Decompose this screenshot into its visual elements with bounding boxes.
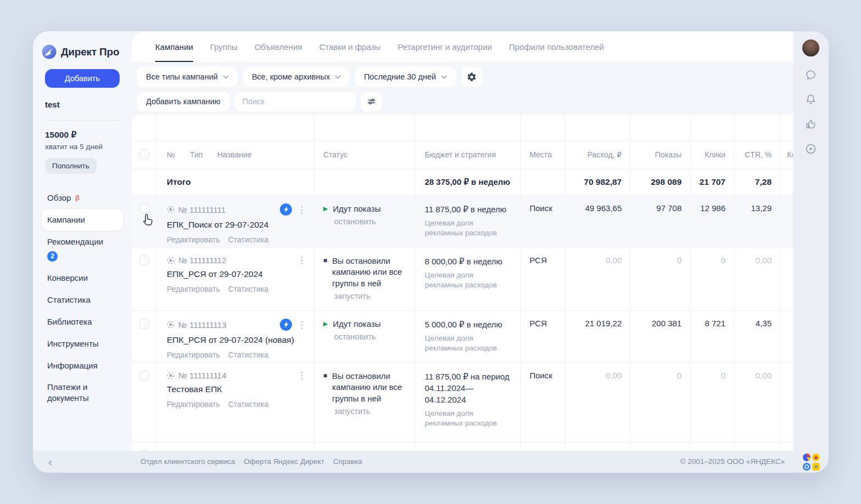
budget-amount: 11 875,00 ₽ в неделю (425, 203, 513, 215)
start-action-link[interactable]: запустить (334, 292, 408, 301)
add-button[interactable]: Добавить (45, 69, 120, 88)
table-spacer-row (132, 115, 793, 141)
sidebar-item-recommendations[interactable]: Рекомендации 2 (42, 231, 123, 268)
brand-logo[interactable]: Директ Про (42, 44, 123, 59)
tab-campaigns[interactable]: Кампании (155, 31, 193, 62)
sidebar-item-library[interactable]: Библиотека (42, 311, 123, 333)
edit-link[interactable]: Редактировать (167, 400, 220, 409)
totals-row: Итого 28 375,00 ₽ в неделю 70 982,87 298… (132, 168, 793, 196)
chat-icon[interactable] (804, 69, 817, 81)
spend-value: 0,00 (565, 248, 630, 310)
user-avatar[interactable] (802, 39, 819, 56)
recommendations-count-badge: 2 (47, 251, 58, 262)
strategy-name: Целевая доля рекламных расходов (425, 270, 513, 290)
select-all-checkbox[interactable] (139, 149, 149, 159)
statistics-link[interactable]: Статистика (228, 235, 269, 244)
sidebar-item-payments[interactable]: Платежи и документы (42, 376, 123, 409)
col-header-type[interactable]: Тип (190, 150, 217, 168)
col-header-name[interactable]: Название (217, 150, 252, 168)
edit-link[interactable]: Редактировать (167, 350, 220, 359)
campaign-name[interactable]: ЕПК_Поиск от 29-07-2024 (167, 219, 307, 230)
row-checkbox[interactable] (139, 256, 149, 265)
add-campaign-button[interactable]: Добавить кампанию (137, 92, 229, 111)
row-menu-icon[interactable]: ⋮ (296, 320, 307, 330)
sidebar-item-label: Библиотека (47, 316, 92, 327)
stop-action-link[interactable]: остановить (334, 217, 408, 226)
statistics-link[interactable]: Статистика (228, 400, 269, 409)
col-header-spend[interactable]: Расход, ₽ (565, 141, 630, 168)
col-header-ctr[interactable]: CTR, % (734, 141, 780, 168)
col-header-status[interactable]: Статус (314, 141, 415, 168)
stop-action-link[interactable]: остановить (334, 332, 408, 341)
client-service-link[interactable]: Отдел клиентского сервиса (140, 457, 235, 466)
row-checkbox[interactable] (139, 371, 149, 381)
row-checkbox[interactable] (139, 319, 149, 329)
tab-bids-phrases[interactable]: Ставки и фразы (319, 31, 381, 62)
running-status-icon: ▶ (323, 203, 328, 214)
strategy-name: Целевая доля рекламных расходов (425, 409, 513, 428)
campaign-name[interactable]: Тестовая ЕПК (167, 384, 307, 395)
sidebar-item-information[interactable]: Информация (42, 355, 123, 377)
col-header-budget[interactable]: Бюджет и стратегия (415, 141, 520, 168)
chevron-down-icon (441, 75, 447, 79)
sidebar-item-conversions[interactable]: Конверсии (42, 267, 123, 289)
sidebar-item-label: Рекомендации (47, 236, 103, 247)
yandex-services-widget[interactable] (803, 454, 820, 471)
sidebar-item-label: Инструменты (47, 338, 99, 349)
col-header-clicks[interactable]: Клики (690, 141, 734, 168)
col-header-shows[interactable]: Показы (630, 141, 690, 168)
sidebar-item-tools[interactable]: Инструменты (42, 333, 123, 355)
row-menu-icon[interactable]: ⋮ (296, 256, 307, 265)
boost-badge-icon[interactable] (280, 319, 292, 331)
boost-badge-icon[interactable] (280, 203, 292, 216)
collapse-sidebar-icon[interactable]: ‹ (48, 456, 52, 467)
strategy-name: Целевая доля рекламных расходов (425, 218, 513, 238)
beta-badge: β (75, 193, 80, 203)
clicks-value: 8 721 (690, 311, 734, 363)
search-input[interactable] (235, 92, 356, 111)
sidebar-item-label: Информация (47, 360, 98, 371)
edit-link[interactable]: Редактировать (167, 235, 220, 244)
sidebar-item-campaigns[interactable]: Кампании (42, 209, 123, 231)
edit-link[interactable]: Редактировать (167, 285, 220, 293)
row-checkbox[interactable] (139, 203, 149, 213)
table-header-row: № Тип Название Статус Бюджет и стратегия… (132, 141, 793, 168)
dropdown-value: Последние 30 дней (364, 72, 436, 81)
campaign-number: № 111111114 (178, 371, 227, 380)
tab-groups[interactable]: Группы (210, 31, 238, 62)
sidebar-item-statistics[interactable]: Статистика (42, 289, 123, 311)
play-video-icon[interactable] (804, 143, 817, 155)
sidebar-item-overview[interactable]: Обзор β (42, 187, 123, 209)
tab-user-profiles[interactable]: Профили пользователей (509, 31, 604, 62)
campaign-name[interactable]: ЕПК_РСЯ от 29-07-2024 (новая) (167, 335, 307, 346)
table-settings-button[interactable] (462, 67, 482, 87)
totals-ctr: 7,28 (734, 168, 780, 195)
start-action-link[interactable]: запустить (334, 407, 408, 416)
archive-filter-dropdown[interactable]: Все, кроме архивных (243, 67, 350, 87)
app-window: Директ Про Добавить test 15000 ₽ хватит … (33, 31, 829, 473)
row-menu-icon[interactable]: ⋮ (296, 205, 307, 214)
top-tab-bar: Кампании Группы Объявления Ставки и фраз… (132, 31, 793, 62)
col-header-num[interactable]: № (167, 150, 190, 168)
campaign-type-dropdown[interactable]: Все типы кампаний (137, 67, 238, 87)
advanced-filters-button[interactable] (361, 92, 382, 111)
tab-retargeting[interactable]: Ретаргетинг и аудитории (398, 31, 492, 62)
tab-ads[interactable]: Объявления (255, 31, 302, 62)
spend-value: 21 019,22 (565, 311, 630, 363)
statistics-link[interactable]: Статистика (228, 285, 269, 293)
col-header-conversions[interactable]: Ко (780, 141, 793, 168)
period-dropdown[interactable]: Последние 30 дней (355, 67, 455, 87)
sidebar: Директ Про Добавить test 15000 ₽ хватит … (33, 31, 132, 451)
offer-link[interactable]: Оферта Яндекс Директ (244, 457, 324, 466)
sidebar-divider (45, 120, 120, 121)
topup-button[interactable]: Пополнить (45, 158, 97, 174)
row-menu-icon[interactable]: ⋮ (296, 371, 307, 380)
col-header-places[interactable]: Места (520, 141, 565, 168)
campaign-name[interactable]: ЕПК_РСЯ от 29-07-2024 (167, 269, 307, 280)
shows-value: 200 381 (630, 311, 690, 363)
notifications-bell-icon[interactable] (804, 93, 817, 106)
help-link[interactable]: Справка (333, 457, 362, 466)
statistics-link[interactable]: Статистика (228, 350, 269, 359)
thumbs-up-icon[interactable] (804, 118, 817, 131)
budget-amount: 8 000,00 ₽ в неделю (425, 256, 513, 267)
